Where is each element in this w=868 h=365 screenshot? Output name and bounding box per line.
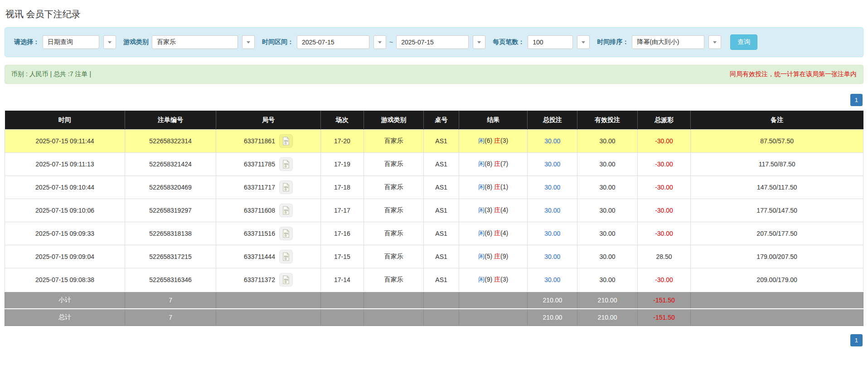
result-banker-points: (3) <box>500 276 508 283</box>
cell-round: 633711516 <box>216 222 320 245</box>
date-to-dropdown-button[interactable] <box>473 35 485 49</box>
video-replay-button[interactable] <box>279 204 293 217</box>
game-type-select[interactable]: 百家乐 <box>152 35 238 49</box>
result-banker-points: (7) <box>500 160 508 167</box>
cell-remark: 147.50/117.50 <box>691 176 863 199</box>
valid-bet-note: 同局有效投注，统一计算在该局第一张注单内 <box>730 70 857 78</box>
result-banker-points: (4) <box>500 206 508 214</box>
summary-payout: -151.50 <box>637 292 690 309</box>
chevron-down-icon <box>582 41 585 44</box>
result-banker-points: (4) <box>500 229 508 237</box>
cell-time: 2025-07-15 09:11:44 <box>5 130 125 153</box>
per-page-group: 每页笔数： 100 <box>493 35 590 49</box>
result-player-points: (8) <box>485 183 492 190</box>
summary-row: 小计7210.00210.00-151.50 <box>5 292 863 309</box>
result-player: 闲 <box>478 183 485 190</box>
result-player: 闲 <box>478 206 485 214</box>
result-banker: 庄 <box>494 276 500 283</box>
date-to-select[interactable]: 2025-07-15 <box>396 35 469 49</box>
cell-bet-no: 522658320469 <box>125 176 216 199</box>
cell-time: 2025-07-15 09:11:13 <box>5 153 125 176</box>
result-banker-points: (1) <box>500 183 508 190</box>
video-replay-button[interactable] <box>279 180 293 194</box>
cell-result: 闲(9) 庄(3) <box>459 268 528 292</box>
cell-bet-no: 522658321424 <box>125 153 216 176</box>
cell-time: 2025-07-15 09:10:06 <box>5 199 125 222</box>
table-row: 2025-07-15 09:11:44522658322314633711861… <box>5 130 863 153</box>
result-player: 闲 <box>478 276 485 283</box>
result-player-points: (3) <box>485 206 492 214</box>
total-bet-link[interactable]: 30.00 <box>544 253 560 260</box>
video-replay-button[interactable] <box>279 227 293 240</box>
cell-round: 633711444 <box>216 245 320 268</box>
per-page-dropdown-button[interactable] <box>577 35 590 49</box>
cell-total-bet: 30.00 <box>528 130 577 153</box>
summary-empty-cell <box>691 292 863 309</box>
currency-total-text: 币别 : 人民币 | 总共 :7 注单 | <box>11 70 91 78</box>
total-bet-link[interactable]: 30.00 <box>544 137 560 145</box>
sort-group: 时间排序： 降幂(由大到小) <box>597 35 721 49</box>
column-header: 总派彩 <box>637 111 690 130</box>
query-type-select[interactable]: 日期查询 <box>43 35 99 49</box>
result-player: 闲 <box>478 137 485 144</box>
video-replay-button[interactable] <box>279 134 293 148</box>
page-1-button[interactable]: 1 <box>850 94 863 106</box>
total-bet-link[interactable]: 30.00 <box>544 230 560 237</box>
game-type-label: 游戏类别 <box>123 38 149 46</box>
result-player-points: (6) <box>485 137 492 144</box>
search-button[interactable]: 查询 <box>730 34 757 50</box>
payout-value: -30.00 <box>655 207 673 214</box>
table-row: 2025-07-15 09:10:44522658320469633711717… <box>5 176 863 199</box>
video-replay-button[interactable] <box>279 250 293 263</box>
cell-valid-bet: 30.00 <box>577 222 638 245</box>
time-range-group: 时间区间： 2025-07-15 ~ 2025-07-15 <box>262 35 485 49</box>
cell-session: 17-15 <box>320 245 364 268</box>
cell-valid-bet: 30.00 <box>577 176 638 199</box>
summary-valid-bet: 210.00 <box>577 309 638 326</box>
result-player-points: (6) <box>485 229 492 237</box>
total-bet-link[interactable]: 30.00 <box>544 161 560 168</box>
video-replay-button[interactable] <box>279 157 293 171</box>
summary-empty-cell <box>320 309 364 326</box>
summary-count: 7 <box>125 292 216 309</box>
sort-dropdown-button[interactable] <box>708 35 721 49</box>
query-type-label: 请选择： <box>14 38 39 46</box>
cell-game: 百家乐 <box>364 245 424 268</box>
query-type-dropdown-button[interactable] <box>103 35 116 49</box>
video-file-icon <box>281 183 291 192</box>
table-header-row: 时间注单编号局号场次游戏类别桌号结果总投注有效投注总派彩备注 <box>5 111 863 130</box>
date-from-dropdown-button[interactable] <box>373 35 386 49</box>
sort-select[interactable]: 降幂(由大到小) <box>632 35 704 49</box>
date-from-select[interactable]: 2025-07-15 <box>297 35 369 49</box>
column-header: 游戏类别 <box>364 111 424 130</box>
cell-game: 百家乐 <box>364 268 424 292</box>
per-page-select[interactable]: 100 <box>528 35 573 49</box>
result-banker: 庄 <box>494 137 500 144</box>
cell-payout: -30.00 <box>637 130 690 153</box>
total-bet-link[interactable]: 30.00 <box>544 207 560 214</box>
cell-session: 17-19 <box>320 153 364 176</box>
cell-table-no: AS1 <box>424 245 459 268</box>
cell-session: 17-17 <box>320 199 364 222</box>
table-row: 2025-07-15 09:08:38522658316346633711372… <box>5 268 863 292</box>
cell-payout: -30.00 <box>637 268 690 292</box>
chevron-down-icon <box>247 41 250 44</box>
game-type-value: 百家乐 <box>157 38 176 46</box>
game-type-dropdown-button[interactable] <box>242 35 255 49</box>
total-bet-link[interactable]: 30.00 <box>544 184 560 191</box>
summary-valid-bet: 210.00 <box>577 292 638 309</box>
column-header: 场次 <box>320 111 364 130</box>
query-type-value: 日期查询 <box>48 38 73 46</box>
date-from-value: 2025-07-15 <box>302 39 335 46</box>
page-1-button[interactable]: 1 <box>850 334 863 346</box>
total-bet-link[interactable]: 30.00 <box>544 276 560 283</box>
video-replay-button[interactable] <box>279 273 293 287</box>
cell-total-bet: 30.00 <box>528 245 577 268</box>
column-header: 桌号 <box>424 111 459 130</box>
result-banker-points: (3) <box>500 137 508 144</box>
cell-total-bet: 30.00 <box>528 222 577 245</box>
result-banker-points: (9) <box>500 253 508 260</box>
cell-payout: -30.00 <box>637 153 690 176</box>
cell-session: 17-20 <box>320 130 364 153</box>
payout-value: -30.00 <box>655 230 673 237</box>
